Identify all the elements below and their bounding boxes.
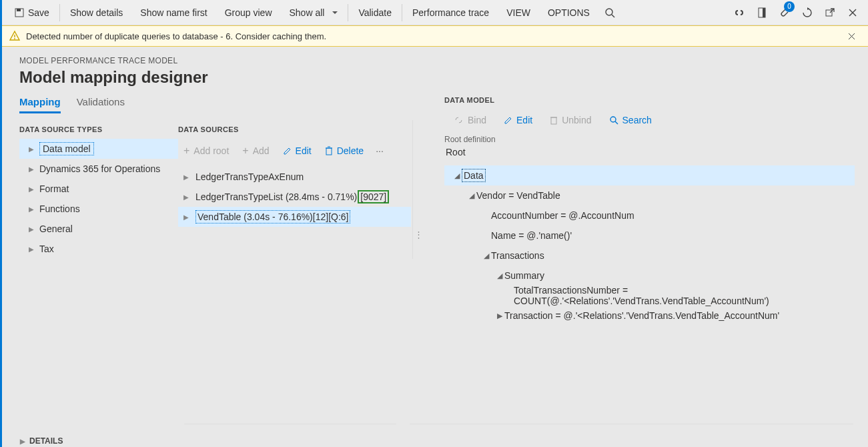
type-item-d365fo[interactable]: ▶Dynamics 365 for Operations xyxy=(19,159,178,179)
type-item-format[interactable]: ▶Format xyxy=(19,179,178,199)
svg-line-3 xyxy=(612,15,614,17)
svg-rect-5 xyxy=(763,8,765,17)
chevron-right-icon: ▶ xyxy=(29,165,39,173)
tab-validations[interactable]: Validations xyxy=(77,96,125,113)
edit-icon xyxy=(283,147,292,155)
link-icon xyxy=(734,9,745,16)
search-button[interactable]: Search xyxy=(604,112,657,128)
unbind-button: Unbind xyxy=(544,112,596,128)
details-expander[interactable]: ▶ DETAILS xyxy=(20,436,63,446)
search-button[interactable] xyxy=(598,1,621,25)
popout-button[interactable] xyxy=(819,1,841,25)
office-icon-button[interactable] xyxy=(751,1,773,25)
view-menu[interactable]: VIEW xyxy=(498,1,539,25)
chevron-right-icon: ▶ xyxy=(495,312,504,320)
notifications-button[interactable]: 0 xyxy=(773,1,796,25)
show-all-dropdown[interactable]: Show all xyxy=(281,1,347,25)
data-model-toolbar: Bind Edit Unbind Search xyxy=(448,112,855,128)
edit-button[interactable]: Edit xyxy=(498,112,538,128)
warning-text: Detected number of duplicate queries to … xyxy=(26,31,326,41)
chevron-right-icon: ▶ xyxy=(29,185,39,193)
svg-line-19 xyxy=(615,121,618,124)
svg-rect-13 xyxy=(326,148,332,155)
source-item[interactable]: ▶VendTable (3.04s - 76.16%)[12][Q:6] xyxy=(178,207,411,227)
bind-button: Bind xyxy=(448,112,492,128)
bottom-separator xyxy=(184,424,853,424)
validate-button[interactable]: Validate xyxy=(350,1,400,25)
chevron-right-icon: ▶ xyxy=(183,213,195,221)
tree-node-name[interactable]: Name = @.'name()' xyxy=(444,226,855,246)
tab-mapping[interactable]: Mapping xyxy=(19,96,61,113)
notification-badge: 0 xyxy=(784,1,795,12)
separator xyxy=(59,4,60,21)
command-bar: Save Show details Show name first Group … xyxy=(2,0,868,25)
chevron-down-icon: ◢ xyxy=(452,171,462,180)
show-name-first-button[interactable]: Show name first xyxy=(131,1,215,25)
tree-node-summary[interactable]: ◢Summary xyxy=(444,266,855,286)
warning-bar: Detected number of duplicate queries to … xyxy=(2,25,868,47)
popout-icon xyxy=(825,8,835,17)
add-root-button: +Add root xyxy=(178,142,234,159)
chevron-right-icon: ▶ xyxy=(29,205,39,213)
splitter-handle[interactable]: ⋮ xyxy=(413,230,424,240)
type-item-tax[interactable]: ▶Tax xyxy=(19,239,178,259)
tabs: Mapping Validations xyxy=(19,96,413,113)
separator xyxy=(402,4,402,21)
tree-node-data[interactable]: ◢Data xyxy=(444,165,855,185)
chevron-down-icon: ◢ xyxy=(495,272,504,280)
tree-node-transaction[interactable]: ▶Transaction = @.'<Relations'.'VendTrans… xyxy=(444,306,855,326)
data-model-heading: DATA MODEL xyxy=(444,96,855,104)
root-definition-value[interactable]: Root xyxy=(446,147,579,157)
data-sources-heading: DATA SOURCES xyxy=(178,125,411,133)
add-button: +Add xyxy=(237,142,274,159)
group-view-button[interactable]: Group view xyxy=(216,1,281,25)
breadcrumb: MODEL PERFORMANCE TRACE MODEL xyxy=(19,56,868,65)
chevron-right-icon: ▶ xyxy=(183,173,195,181)
separator xyxy=(348,4,348,21)
source-item[interactable]: ▶LedgerTransTypeList (28.4ms - 0.71%)[90… xyxy=(178,187,411,207)
chevron-right-icon: ▶ xyxy=(29,145,39,153)
chevron-down-icon: ◢ xyxy=(467,191,476,200)
more-button[interactable]: ··· xyxy=(372,143,388,159)
tree-node-account-number[interactable]: AccountNumber = @.AccountNum xyxy=(444,205,855,226)
link-icon-button[interactable] xyxy=(728,1,751,25)
options-menu[interactable]: OPTIONS xyxy=(539,1,598,25)
svg-point-2 xyxy=(606,9,612,15)
type-item-general[interactable]: ▶General xyxy=(19,219,178,239)
type-item-functions[interactable]: ▶Functions xyxy=(19,199,178,219)
edit-button[interactable]: Edit xyxy=(278,143,317,159)
close-icon xyxy=(849,9,857,17)
chevron-right-icon: ▶ xyxy=(20,438,25,445)
chevron-right-icon: ▶ xyxy=(183,193,195,201)
unbind-icon xyxy=(550,115,558,125)
svg-point-10 xyxy=(14,38,15,39)
tree-node-total-transactions[interactable]: TotalTransactionsNumber = COUNT(@.'<Rela… xyxy=(444,286,855,306)
office-icon xyxy=(757,7,767,18)
warning-close-button[interactable] xyxy=(841,26,861,46)
tree-node-transactions[interactable]: ◢Transactions xyxy=(444,246,855,266)
search-icon xyxy=(609,115,618,125)
bind-icon xyxy=(454,116,464,124)
refresh-button[interactable] xyxy=(796,1,819,25)
source-item[interactable]: ▶LedgerTransTypeAxEnum xyxy=(178,167,411,187)
search-icon xyxy=(604,7,615,18)
performance-trace-button[interactable]: Performance trace xyxy=(404,1,498,25)
show-details-button[interactable]: Show details xyxy=(61,1,131,25)
close-button[interactable] xyxy=(841,1,864,25)
type-item-data-model[interactable]: ▶Data model xyxy=(19,139,178,159)
page-title: Model mapping designer xyxy=(19,68,868,87)
svg-point-18 xyxy=(610,117,616,122)
chevron-down-icon: ◢ xyxy=(482,252,491,260)
delete-button[interactable]: Delete xyxy=(320,143,369,159)
save-icon xyxy=(15,8,24,17)
data-source-types-heading: DATA SOURCE TYPES xyxy=(19,125,178,133)
tree-node-vendor[interactable]: ◢Vendor = VendTable xyxy=(444,185,855,205)
save-button[interactable]: Save xyxy=(6,1,58,25)
svg-rect-6 xyxy=(826,10,832,16)
root-definition-label: Root definition xyxy=(444,135,855,144)
delete-icon xyxy=(325,146,333,155)
svg-rect-1 xyxy=(17,9,21,11)
close-icon xyxy=(848,33,855,40)
save-label: Save xyxy=(28,7,49,18)
edit-icon xyxy=(504,116,512,125)
